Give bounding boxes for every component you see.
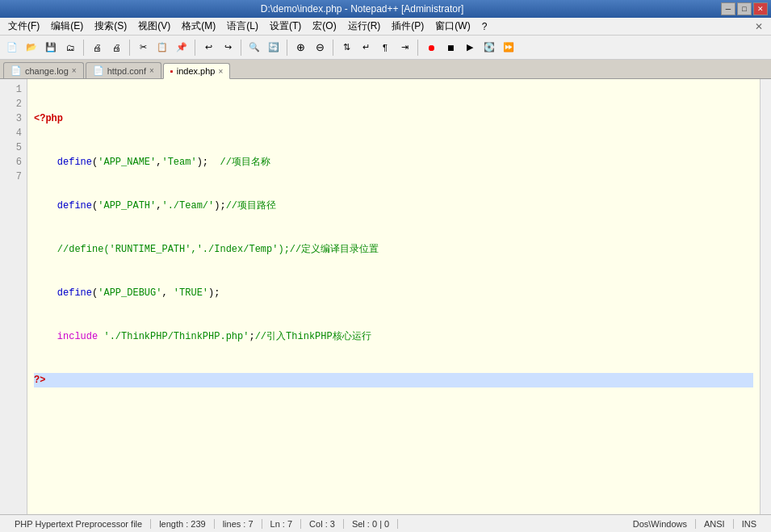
toolbar-macro-rec[interactable]: ⏺	[422, 39, 440, 57]
toolbar-allchars[interactable]: ¶	[376, 39, 394, 57]
tab-indexphp-icon: ▪	[170, 66, 174, 76]
toolbar-sync-scroll[interactable]: ⇅	[337, 39, 355, 57]
toolbar-macro-play[interactable]: ▶	[461, 39, 479, 57]
status-sel: Sel : 0 | 0	[344, 519, 398, 529]
toolbar-macro-stop[interactable]: ⏹	[442, 39, 459, 57]
toolbar-print[interactable]: 🖨	[88, 39, 106, 57]
code-line-7: ?>	[34, 373, 753, 387]
status-encoding: ANSI	[696, 519, 734, 529]
toolbar-sep-4	[241, 40, 241, 56]
toolbar-save[interactable]: 💾	[42, 39, 60, 57]
menu-plugins[interactable]: 插件(P)	[387, 18, 429, 35]
code-line-4: //define('RUNTIME_PATH','./Index/Temp');…	[34, 242, 753, 257]
toolbar-new[interactable]: 📄	[3, 39, 21, 57]
tab-indexphp[interactable]: ▪ index.php ×	[163, 63, 230, 79]
menu-help[interactable]: ?	[477, 19, 492, 34]
toolbar-zoom-out[interactable]: ⊖	[311, 39, 329, 57]
tab-changelog-icon: 📄	[10, 65, 22, 76]
line-numbers: 1 2 3 4 5 6 7	[0, 79, 27, 514]
toolbar-copy[interactable]: 📋	[153, 39, 171, 57]
status-col: Col : 3	[301, 519, 344, 529]
toolbar-sep-3	[195, 40, 195, 56]
status-filetype: PHP Hypertext Preprocessor file	[6, 519, 151, 529]
menu-language[interactable]: 语言(L)	[222, 18, 263, 35]
toolbar-sep-2	[129, 40, 130, 56]
toolbar-saveall[interactable]: 🗂	[61, 39, 79, 57]
title-buttons: ─ □ ✕	[721, 2, 768, 15]
title-text: D:\demo\index.php - Notepad++ [Administr…	[3, 3, 721, 15]
code-line-2: define('APP_NAME','Team'); //项目名称	[34, 155, 753, 170]
toolbar-cut[interactable]: ✂	[134, 39, 152, 57]
status-cursor: Ln : 7	[262, 519, 302, 529]
toolbar-sep-7	[417, 40, 418, 56]
tab-changelog-close[interactable]: ×	[72, 66, 77, 75]
editor-container: 1 2 3 4 5 6 7 <?php define('APP_NAME','T…	[0, 79, 771, 514]
toolbar-replace[interactable]: 🔄	[265, 39, 283, 57]
code-line-3: define('APP_PATH','./Team/');//项目路径	[34, 199, 753, 213]
toolbar-sep-1	[83, 40, 84, 56]
toolbar-find[interactable]: 🔍	[245, 39, 263, 57]
tab-changelog-label: change.log	[25, 66, 69, 76]
toolbar-open[interactable]: 📂	[23, 39, 40, 57]
toolbar-sep-5	[287, 40, 287, 56]
toolbar: 📄 📂 💾 🗂 🖨 🖨 ✂ 📋 📌 ↩ ↪ 🔍 🔄 ⊕ ⊖ ⇅ ↵ ¶ ⇥ ⏺ …	[0, 36, 771, 60]
toolbar-indent[interactable]: ⇥	[396, 39, 413, 57]
menu-window[interactable]: 窗口(W)	[430, 18, 475, 35]
toolbar-macro-save[interactable]: 💽	[480, 39, 498, 57]
toolbar-print2[interactable]: 🖨	[107, 39, 125, 57]
status-lines: lines : 7	[215, 519, 262, 529]
minimize-button[interactable]: ─	[721, 2, 735, 15]
tab-changelog[interactable]: 📄 change.log ×	[3, 62, 84, 78]
menu-format[interactable]: 格式(M)	[177, 18, 220, 35]
status-insert-mode: INS	[734, 519, 765, 529]
toolbar-wordwrap[interactable]: ↵	[357, 39, 375, 57]
toolbar-macro-run[interactable]: ⏩	[500, 39, 517, 57]
menu-edit[interactable]: 编辑(E)	[46, 18, 88, 35]
tab-indexphp-label: index.php	[177, 66, 216, 76]
code-line-6: include './ThinkPHP/ThinkPHP.php';//引入Th…	[34, 329, 753, 344]
toolbar-redo[interactable]: ↪	[219, 39, 237, 57]
status-length: length : 239	[151, 519, 215, 529]
code-area[interactable]: <?php define('APP_NAME','Team'); //项目名称 …	[27, 79, 760, 514]
menu-file[interactable]: 文件(F)	[3, 18, 44, 35]
status-bar: PHP Hypertext Preprocessor file length :…	[0, 514, 771, 532]
toolbar-sep-6	[333, 40, 333, 56]
menu-bar: 文件(F) 编辑(E) 搜索(S) 视图(V) 格式(M) 语言(L) 设置(T…	[0, 18, 771, 36]
tabs-bar: 📄 change.log × 📄 httpd.conf × ▪ index.ph…	[0, 60, 771, 79]
menu-close-x[interactable]: ✕	[750, 19, 768, 34]
title-bar: D:\demo\index.php - Notepad++ [Administr…	[0, 0, 771, 18]
toolbar-paste[interactable]: 📌	[173, 39, 191, 57]
tab-indexphp-close[interactable]: ×	[218, 67, 223, 76]
toolbar-undo[interactable]: ↩	[199, 39, 217, 57]
right-scrollbar[interactable]	[760, 79, 771, 514]
toolbar-zoom-in[interactable]: ⊕	[291, 39, 309, 57]
close-button[interactable]: ✕	[753, 2, 768, 15]
tab-httpdconf[interactable]: 📄 httpd.conf ×	[86, 62, 161, 78]
menu-run[interactable]: 运行(R)	[343, 18, 386, 35]
menu-settings[interactable]: 设置(T)	[265, 18, 306, 35]
menu-view[interactable]: 视图(V)	[133, 18, 175, 35]
maximize-button[interactable]: □	[737, 2, 752, 15]
tab-httpdconf-close[interactable]: ×	[149, 66, 154, 75]
menu-macro[interactable]: 宏(O)	[308, 18, 341, 35]
menu-search[interactable]: 搜索(S)	[90, 18, 132, 35]
code-line-1: <?php	[34, 111, 753, 126]
tab-httpdconf-label: httpd.conf	[107, 66, 146, 76]
tab-httpdconf-icon: 📄	[93, 65, 104, 76]
code-line-5: define('APP_DEBUG', 'TRUE');	[34, 286, 753, 300]
status-line-ending: Dos\Windows	[625, 519, 696, 529]
